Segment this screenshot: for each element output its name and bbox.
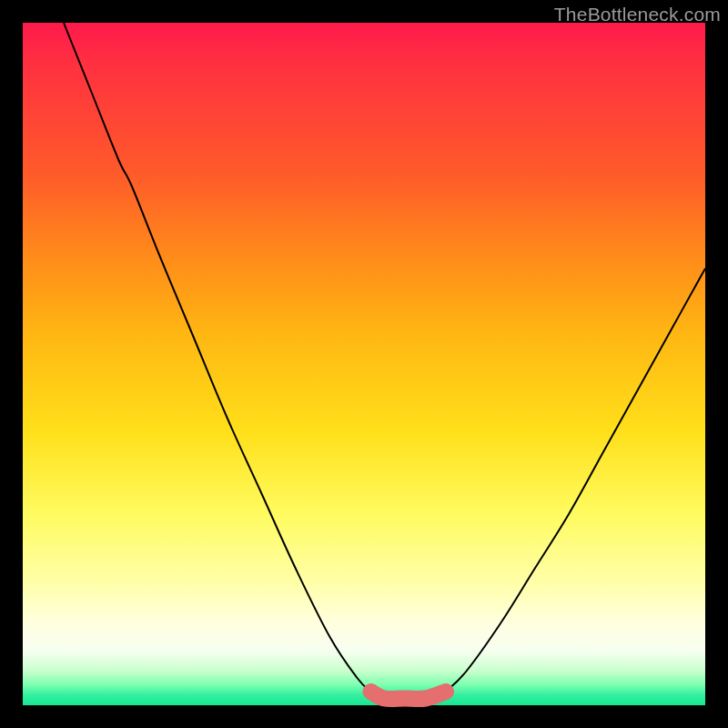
plot-area	[23, 23, 705, 705]
chart-frame: TheBottleneck.com	[0, 0, 728, 728]
optimum-flat-segment	[371, 692, 447, 699]
watermark-text: TheBottleneck.com	[554, 4, 721, 25]
curve-layer	[23, 23, 705, 705]
right-curve	[446, 268, 705, 692]
left-curve	[64, 23, 371, 692]
